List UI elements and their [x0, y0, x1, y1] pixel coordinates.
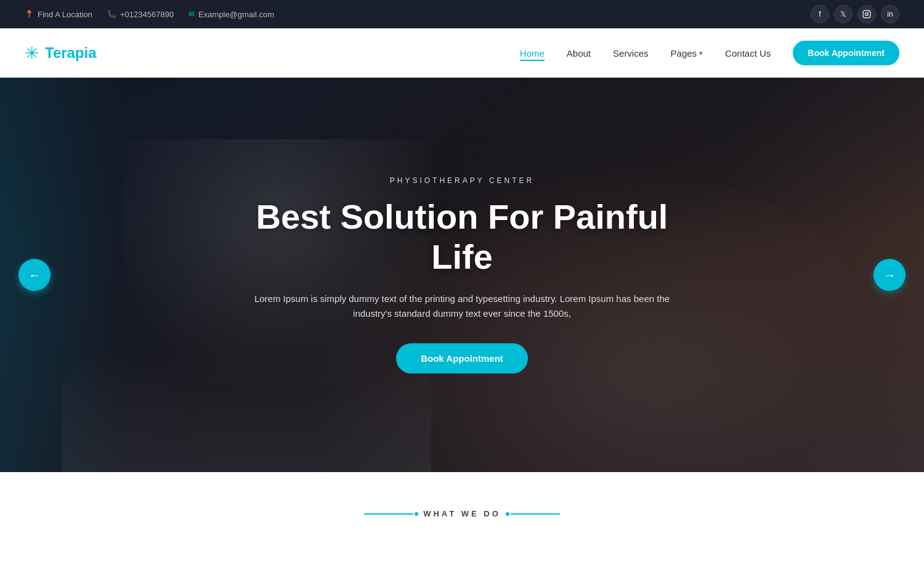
email-info: ✉ Example@gmail.com	[188, 10, 274, 19]
instagram-icon[interactable]	[857, 5, 876, 23]
section-title: WHAT WE DO	[423, 509, 501, 518]
logo[interactable]: ✳ Terapia	[25, 43, 97, 63]
section-line-right	[511, 513, 560, 515]
facebook-icon[interactable]: f	[811, 5, 829, 23]
email-text: Example@gmail.com	[198, 10, 274, 19]
nav-links: Home About Services Pages ▾ Contact Us B…	[520, 41, 899, 65]
phone-text: +01234567890	[120, 10, 174, 19]
location-info: 📍 Find A Location	[25, 10, 92, 19]
hero-subtitle: PHYSIOTHERAPY CENTER	[228, 176, 696, 185]
section-line-left	[364, 513, 413, 515]
linkedin-icon[interactable]: in	[881, 5, 899, 23]
logo-star-icon: ✳	[25, 43, 39, 63]
hero-book-button[interactable]: Book Appointment	[396, 343, 528, 373]
pages-label: Pages	[671, 48, 697, 59]
phone-icon: 📞	[107, 10, 116, 18]
nav-services[interactable]: Services	[613, 46, 649, 61]
hero-description: Lorem Ipsum is simply dummy text of the …	[253, 292, 671, 321]
location-icon: 📍	[25, 10, 34, 18]
slider-prev-button[interactable]: ←	[18, 259, 51, 291]
arrow-left-icon: ←	[28, 268, 41, 282]
arrow-right-icon: →	[883, 268, 896, 282]
pages-dropdown-icon: ▾	[699, 49, 703, 57]
email-icon: ✉	[188, 10, 195, 18]
nav-contact[interactable]: Contact Us	[725, 46, 771, 61]
what-we-do-section: WHAT WE DO	[0, 472, 924, 549]
section-header: WHAT WE DO	[25, 509, 899, 518]
slider-next-button[interactable]: →	[873, 259, 906, 291]
hero-title: Best Solution For Painful Life	[228, 197, 696, 277]
location-text: Find A Location	[38, 10, 92, 19]
top-bar: 📍 Find A Location 📞 +01234567890 ✉ Examp…	[0, 0, 924, 28]
svg-point-1	[865, 13, 869, 16]
svg-rect-0	[863, 10, 870, 18]
nav-pages[interactable]: Pages ▾	[671, 46, 703, 61]
phone-info: 📞 +01234567890	[107, 10, 174, 19]
nav-about[interactable]: About	[567, 46, 591, 61]
svg-point-2	[869, 12, 869, 12]
hero-section: PHYSIOTHERAPY CENTER Best Solution For P…	[0, 78, 924, 472]
social-icons: f 𝕏 in	[811, 5, 899, 23]
twitter-icon[interactable]: 𝕏	[834, 5, 853, 23]
nav-book-button[interactable]: Book Appointment	[793, 41, 899, 65]
top-bar-left: 📍 Find A Location 📞 +01234567890 ✉ Examp…	[25, 10, 274, 19]
nav-home[interactable]: Home	[520, 46, 545, 61]
navbar: ✳ Terapia Home About Services Pages ▾ Co…	[0, 28, 924, 78]
hero-content: PHYSIOTHERAPY CENTER Best Solution For P…	[216, 164, 708, 386]
logo-text: Terapia	[45, 44, 97, 62]
